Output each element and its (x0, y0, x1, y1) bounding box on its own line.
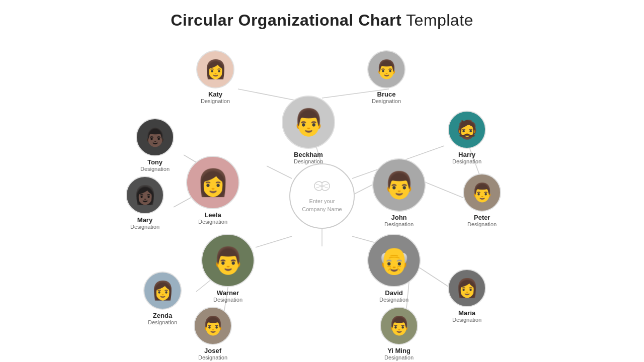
designation-yiming: Designation (384, 354, 414, 360)
name-warner: Warner (217, 289, 239, 297)
name-beckham: Beckham (294, 151, 323, 158)
designation-warner: Designation (213, 297, 243, 303)
name-josef: Josef (204, 347, 221, 354)
org-chart: Enter your Company Name 👨BeckhamDesignat… (96, 40, 548, 352)
svg-line-7 (352, 184, 375, 195)
designation-john: Designation (384, 221, 414, 227)
name-peter: Peter (474, 214, 491, 221)
avatar-katy: 👩 (196, 50, 234, 88)
name-tony: Tony (147, 158, 163, 166)
center-company-node[interactable]: Enter your Company Name (289, 163, 355, 229)
name-harry: Harry (458, 151, 475, 158)
svg-line-11 (256, 236, 292, 247)
person-warner[interactable]: 👨WarnerDesignation (201, 234, 255, 303)
avatar-john: 👨 (372, 158, 426, 212)
name-katy: Katy (208, 90, 222, 98)
avatar-peter: 👨 (463, 173, 501, 212)
avatar-bruce: 👨 (367, 50, 406, 88)
name-mary: Mary (137, 216, 152, 224)
person-yiming[interactable]: 👨Yi MingDesignation (380, 307, 418, 360)
person-john[interactable]: 👨JohnDesignation (372, 158, 426, 227)
page-title: Circular Organizational Chart Template (0, 0, 644, 30)
name-zenda: Zenda (153, 312, 172, 319)
person-david[interactable]: 👴DavidDesignation (367, 234, 421, 303)
name-leela: Leela (204, 211, 221, 219)
designation-bruce: Designation (372, 98, 401, 104)
avatar-zenda: 👩 (143, 272, 182, 310)
person-josef[interactable]: 👨JosefDesignation (194, 307, 232, 360)
designation-peter: Designation (467, 221, 497, 227)
avatar-yiming: 👨 (380, 307, 418, 345)
name-john: John (391, 214, 407, 221)
designation-zenda: Designation (148, 319, 177, 325)
name-yiming: Yi Ming (387, 347, 411, 354)
svg-line-4 (267, 166, 292, 178)
person-bruce[interactable]: 👨BruceDesignation (367, 50, 406, 104)
designation-josef: Designation (198, 354, 227, 360)
company-logo (312, 179, 332, 196)
avatar-josef: 👨 (194, 307, 232, 345)
designation-tony: Designation (140, 166, 170, 172)
person-katy[interactable]: 👩KatyDesignation (196, 50, 234, 104)
person-mary[interactable]: 👩🏿MaryDesignation (126, 176, 164, 230)
name-maria: Maria (458, 309, 475, 317)
person-harry[interactable]: 🧔HarryDesignation (448, 111, 486, 164)
name-bruce: Bruce (377, 90, 396, 98)
designation-maria: Designation (452, 317, 481, 323)
avatar-tony: 👨🏿 (136, 118, 174, 156)
person-beckham[interactable]: 👨BeckhamDesignation (282, 96, 335, 164)
person-zenda[interactable]: 👩ZendaDesignation (143, 272, 182, 325)
avatar-warner: 👨 (201, 234, 255, 287)
avatar-beckham: 👨 (282, 96, 335, 149)
designation-david: Designation (379, 297, 409, 303)
designation-mary: Designation (130, 224, 159, 230)
avatar-david: 👴 (367, 234, 421, 287)
avatar-maria: 👩 (448, 269, 486, 307)
avatar-harry: 🧔 (448, 111, 486, 149)
designation-leela: Designation (198, 219, 227, 225)
avatar-mary: 👩🏿 (126, 176, 164, 214)
company-text: Enter your Company Name (302, 198, 342, 213)
designation-harry: Designation (452, 158, 481, 164)
person-leela[interactable]: 👩LeelaDesignation (186, 156, 239, 225)
person-tony[interactable]: 👨🏿TonyDesignation (136, 118, 174, 172)
designation-katy: Designation (201, 98, 230, 104)
name-david: David (385, 289, 403, 297)
avatar-leela: 👩 (186, 156, 239, 209)
person-maria[interactable]: 👩MariaDesignation (448, 269, 486, 323)
person-peter[interactable]: 👨PeterDesignation (463, 173, 501, 227)
